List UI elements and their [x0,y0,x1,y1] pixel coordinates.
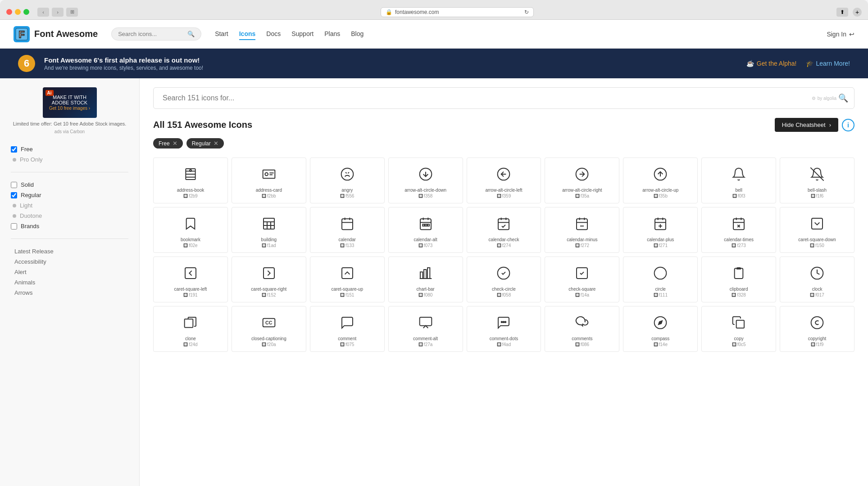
icon-card-caret-square-up[interactable]: caret-square-up f151 [310,256,385,302]
maximize-button[interactable] [23,9,29,15]
filter-brands[interactable]: Brands [11,221,128,231]
solid-checkbox[interactable] [11,182,17,188]
icon-card-copyright[interactable]: copyright f1f9 [780,306,854,352]
svg-rect-54 [733,219,744,230]
nav-link-start[interactable]: Start [215,28,228,40]
icon-card-caret-square-left[interactable]: caret-square-left f191 [153,256,228,302]
icon-label-copy: copy [734,336,744,341]
icon-card-arrow-alt-circle-down[interactable]: arrow-alt-circle-down f358 [388,158,463,203]
icon-card-comment-dots[interactable]: comment-dots f4ad [467,306,541,352]
regular-checkbox[interactable] [11,192,17,198]
nav-search[interactable]: 🔍 [111,27,201,40]
filter-regular[interactable]: Regular [11,190,128,200]
icon-card-bell[interactable]: bell f0f3 [701,158,776,203]
learn-more-button[interactable]: 🎓 Learn More! [806,60,850,67]
icon-card-arrow-alt-circle-up[interactable]: arrow-alt-circle-up f35b [623,158,698,203]
building-icon [259,214,279,234]
icon-card-bell-slash[interactable]: bell-slash f1f6 [780,158,854,203]
regular-filter-tag[interactable]: Regular ✕ [186,138,224,148]
icon-card-comment[interactable]: comment f075 [310,306,385,352]
category-accessibility[interactable]: Accessibility [11,256,128,267]
new-tab-button[interactable]: + [853,8,862,17]
reload-icon[interactable]: ↻ [524,9,529,15]
category-alert[interactable]: Alert [11,267,128,277]
share-button[interactable]: ⬆ [836,8,848,17]
info-button[interactable]: i [842,119,854,131]
category-arrows[interactable]: Arrows [11,288,128,298]
ad-image[interactable]: Ai MAKE IT WITHADOBE STOCKGet 10 free im… [43,87,97,118]
comment-icon [337,313,357,333]
clone-icon [181,313,200,333]
icon-card-calendar[interactable]: calendar f133 [310,207,385,253]
svg-rect-28 [342,219,353,230]
free-tag-remove[interactable]: ✕ [173,140,177,147]
icon-code-caret-square-right: f152 [262,292,276,297]
filter-section: Free Pro Only [0,141,139,167]
icon-card-clock[interactable]: clock f017 [780,256,854,302]
nav-link-docs[interactable]: Docs [266,28,281,40]
icon-card-address-card[interactable]: address-card f2bb [232,158,306,203]
icon-card-calendar-check[interactable]: calendar-check f274 [467,207,541,253]
icon-card-calendar-alt[interactable]: calendar-alt f073 [388,207,463,253]
icon-card-compass[interactable]: compass f14e [623,306,698,352]
nav-search-input[interactable] [118,31,184,37]
category-animals[interactable]: Animals [11,277,128,288]
caret-square-up-icon [337,263,357,283]
icon-card-copy[interactable]: copy f0c5 [701,306,776,352]
signin-button[interactable]: Sign In ↩ [827,31,854,38]
icon-card-check-square[interactable]: check-square f14a [545,256,619,302]
icon-card-calendar-minus[interactable]: calendar-minus f272 [545,207,619,253]
brands-checkbox[interactable] [11,223,17,230]
regular-tag-remove[interactable]: ✕ [214,140,218,147]
address-bar[interactable]: 🔒 fontawesome.com ↻ [381,7,534,17]
minimize-button[interactable] [15,9,21,15]
filter-pro-only[interactable]: Pro Only [11,154,128,165]
filter-solid[interactable]: Solid [11,180,128,190]
icon-card-caret-square-right[interactable]: caret-square-right f152 [232,256,306,302]
nav-link-blog[interactable]: Blog [351,28,364,40]
icon-card-caret-square-down[interactable]: caret-square-down f150 [780,207,854,253]
arrow-alt-circle-down-icon [416,164,436,184]
copy-icon [729,313,749,333]
filter-duotone[interactable]: Duotone [11,211,128,221]
icon-card-building[interactable]: building f1ad [232,207,306,253]
icon-card-arrow-alt-circle-right[interactable]: arrow-alt-circle-right f35a [545,158,619,203]
nav-link-support[interactable]: Support [291,28,314,40]
icon-code-chart-bar: f080 [418,292,432,297]
filter-free[interactable]: Free [11,144,128,154]
icon-card-closed-captioning[interactable]: CCclosed-captioning f20a [232,306,306,352]
icon-card-comments[interactable]: comments f086 [545,306,619,352]
back-button[interactable]: ‹ [37,8,49,17]
icon-card-address-book[interactable]: address-book f2b9 [153,158,228,203]
icon-card-clone[interactable]: clone f24d [153,306,228,352]
free-checkbox[interactable] [11,146,17,153]
brands-label: Brands [21,223,39,230]
icon-code-calendar-minus: f272 [575,243,589,248]
forward-button[interactable]: › [52,8,64,17]
filter-light[interactable]: Light [11,200,128,211]
icon-label-address-card: address-card [256,188,282,193]
nav-link-plans[interactable]: Plans [324,28,340,40]
category-latest-release[interactable]: Latest Release [11,246,128,256]
icon-card-comment-alt[interactable]: comment-alt f27a [388,306,463,352]
icon-card-clipboard[interactable]: clipboard f328 [701,256,776,302]
icon-card-calendar-plus[interactable]: calendar-plus f271 [623,207,698,253]
free-filter-tag[interactable]: Free ✕ [153,138,183,148]
close-button[interactable] [6,9,12,15]
cheatsheet-button[interactable]: Hide Cheatsheet › [775,118,838,132]
icon-card-bookmark[interactable]: bookmark f02e [153,207,228,253]
icon-card-chart-bar[interactable]: chart-bar f080 [388,256,463,302]
icon-code-comments: f086 [575,342,589,347]
icon-card-circle[interactable]: circle f111 [623,256,698,302]
icon-code-caret-square-up: f151 [340,292,354,297]
get-alpha-button[interactable]: ☕ Get the Alpha! [746,60,797,67]
comments-icon [572,313,592,333]
icon-card-calendar-times[interactable]: calendar-times f273 [701,207,776,253]
nav-link-icons[interactable]: Icons [239,28,256,40]
grid-button[interactable]: ⊞ [66,8,78,17]
icon-card-arrow-alt-circle-left[interactable]: arrow-alt-circle-left f359 [467,158,541,203]
svg-point-79 [505,321,506,323]
icon-card-check-circle[interactable]: check-circle f058 [467,256,541,302]
icon-card-angry[interactable]: angry f556 [310,158,385,203]
main-search-input[interactable] [153,87,854,109]
